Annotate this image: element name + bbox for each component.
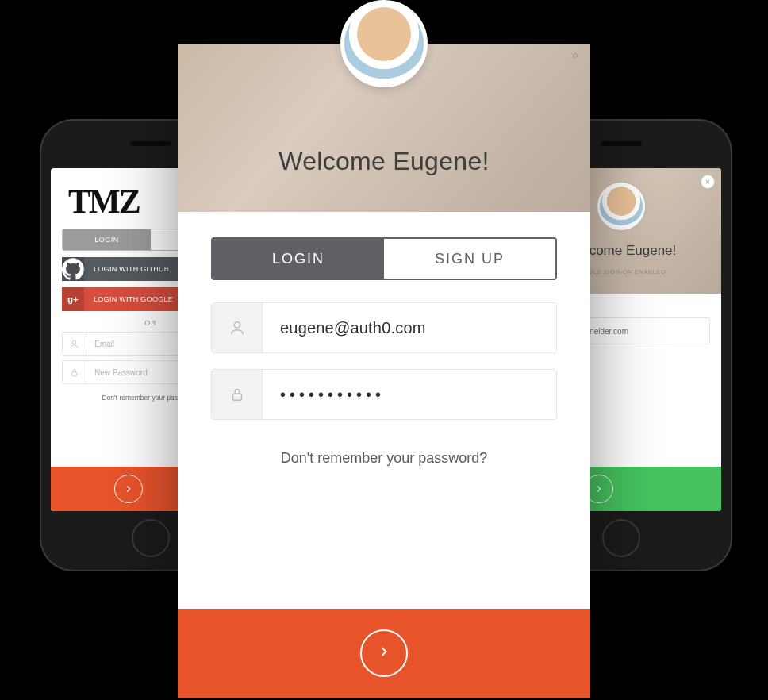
lock-body: LOGIN SIGN UP Don't remember your passwo… xyxy=(178,212,590,467)
submit-button-mini[interactable] xyxy=(114,475,143,503)
email-placeholder-mini: Email xyxy=(86,340,114,348)
options-indicator-icon xyxy=(573,53,578,58)
google-plus-icon: g+ xyxy=(62,287,84,311)
submit-button[interactable] xyxy=(360,629,408,677)
tab-login[interactable]: LOGIN xyxy=(213,239,384,279)
google-login-label: LOGIN WITH GOOGLE xyxy=(84,295,173,303)
lock-dialog: Welcome Eugene! LOGIN SIGN UP Don't reme… xyxy=(178,44,590,698)
lock-icon xyxy=(63,361,86,383)
email-field[interactable] xyxy=(211,302,557,353)
tab-signup[interactable]: SIGN UP xyxy=(384,239,555,279)
github-login-label: LOGIN WITH GITHUB xyxy=(84,265,169,273)
lock-icon xyxy=(212,370,263,419)
password-input[interactable] xyxy=(263,370,556,419)
svg-rect-1 xyxy=(71,371,77,375)
password-field[interactable] xyxy=(211,369,557,420)
email-input[interactable] xyxy=(263,303,556,352)
welcome-text: Welcome Eugene! xyxy=(178,147,590,176)
svg-point-2 xyxy=(234,322,240,328)
svg-rect-3 xyxy=(232,394,241,400)
close-button[interactable]: × xyxy=(701,175,715,189)
password-placeholder-mini: New Password xyxy=(86,368,148,377)
user-icon xyxy=(63,333,86,355)
user-icon xyxy=(212,303,263,352)
close-icon: × xyxy=(705,178,710,187)
github-icon xyxy=(62,257,84,281)
avatar xyxy=(340,0,428,87)
svg-point-0 xyxy=(72,340,75,344)
avatar xyxy=(597,183,645,230)
stage: TMZ LOGIN SIGN UP LOGIN WITH GITHUB g+ L… xyxy=(0,0,768,700)
tab-login-mini[interactable]: LOGIN xyxy=(63,229,151,250)
chevron-right-icon xyxy=(376,644,392,663)
lock-footer xyxy=(178,609,590,698)
lock-header: Welcome Eugene! xyxy=(178,44,590,212)
forgot-password-link[interactable]: Don't remember your password? xyxy=(211,450,557,467)
auth-tabs: LOGIN SIGN UP xyxy=(211,237,557,280)
